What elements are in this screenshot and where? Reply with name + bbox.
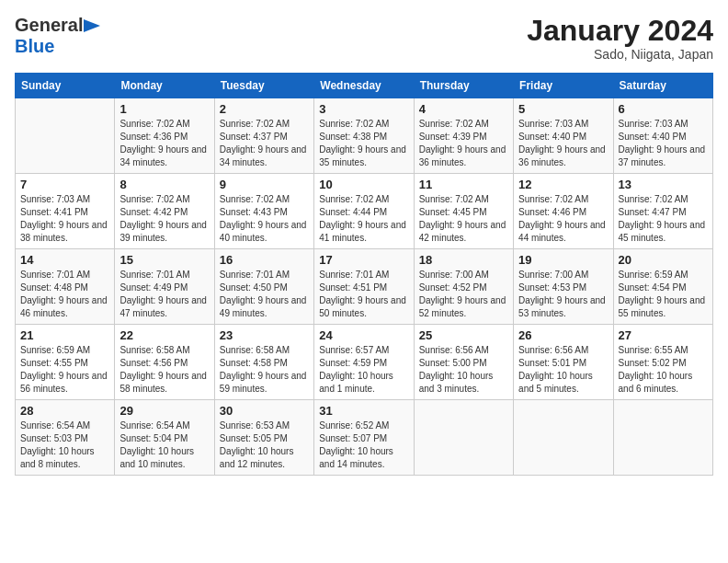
day-info: Sunrise: 6:54 AMSunset: 5:03 PMDaylight:… xyxy=(20,419,109,471)
calendar-cell: 13Sunrise: 7:02 AMSunset: 4:47 PMDayligh… xyxy=(613,174,712,249)
day-number: 13 xyxy=(619,178,708,191)
calendar-cell xyxy=(613,400,712,476)
day-info: Sunrise: 7:02 AMSunset: 4:42 PMDaylight:… xyxy=(119,193,209,245)
calendar-cell: 23Sunrise: 6:58 AMSunset: 4:58 PMDayligh… xyxy=(214,325,313,400)
calendar-week-row: 7Sunrise: 7:03 AMSunset: 4:41 PMDaylight… xyxy=(16,174,713,249)
day-number: 25 xyxy=(419,328,508,342)
day-number: 29 xyxy=(119,404,209,418)
calendar-cell: 17Sunrise: 7:01 AMSunset: 4:51 PMDayligh… xyxy=(314,249,414,325)
day-number: 1 xyxy=(119,102,209,116)
calendar-cell: 29Sunrise: 6:54 AMSunset: 5:04 PMDayligh… xyxy=(115,400,214,476)
calendar-table: Sunday Monday Tuesday Wednesday Thursday… xyxy=(15,73,713,476)
col-saturday: Saturday xyxy=(613,74,712,98)
calendar-cell: 8Sunrise: 7:02 AMSunset: 4:42 PMDaylight… xyxy=(115,174,214,249)
day-info: Sunrise: 7:01 AMSunset: 4:49 PMDaylight:… xyxy=(119,269,209,320)
day-number: 15 xyxy=(119,253,209,267)
calendar-cell: 28Sunrise: 6:54 AMSunset: 5:03 PMDayligh… xyxy=(16,400,115,476)
day-info: Sunrise: 6:54 AMSunset: 5:04 PMDaylight:… xyxy=(119,419,209,471)
calendar-cell: 31Sunrise: 6:52 AMSunset: 5:07 PMDayligh… xyxy=(314,400,414,476)
col-sunday: Sunday xyxy=(16,74,115,98)
day-info: Sunrise: 7:00 AMSunset: 4:53 PMDaylight:… xyxy=(518,269,608,320)
calendar-cell: 12Sunrise: 7:02 AMSunset: 4:46 PMDayligh… xyxy=(514,174,613,249)
day-number: 16 xyxy=(220,253,309,267)
calendar-cell: 18Sunrise: 7:00 AMSunset: 4:52 PMDayligh… xyxy=(414,249,513,325)
calendar-cell: 21Sunrise: 6:59 AMSunset: 4:55 PMDayligh… xyxy=(16,325,115,400)
day-info: Sunrise: 7:02 AMSunset: 4:44 PMDaylight:… xyxy=(319,193,408,245)
calendar-cell: 16Sunrise: 7:01 AMSunset: 4:50 PMDayligh… xyxy=(214,249,313,325)
day-info: Sunrise: 7:01 AMSunset: 4:50 PMDaylight:… xyxy=(220,269,309,320)
day-number: 6 xyxy=(619,102,708,116)
svg-marker-0 xyxy=(84,19,100,32)
logo: General Blue xyxy=(15,15,101,57)
calendar-cell: 2Sunrise: 7:02 AMSunset: 4:37 PMDaylight… xyxy=(214,98,313,174)
day-number: 18 xyxy=(419,253,508,267)
calendar-cell: 3Sunrise: 7:02 AMSunset: 4:38 PMDaylight… xyxy=(314,98,414,174)
day-number: 9 xyxy=(220,178,309,191)
day-number: 21 xyxy=(20,328,109,342)
col-tuesday: Tuesday xyxy=(214,74,313,98)
day-number: 8 xyxy=(119,178,209,191)
day-info: Sunrise: 7:02 AMSunset: 4:46 PMDaylight:… xyxy=(518,193,608,245)
day-number: 2 xyxy=(220,102,309,116)
calendar-cell xyxy=(514,400,613,476)
page-header: General Blue January 2024 Sado, Niigata,… xyxy=(15,15,713,62)
logo-wrap: General xyxy=(15,15,101,36)
calendar-week-row: 21Sunrise: 6:59 AMSunset: 4:55 PMDayligh… xyxy=(16,325,713,400)
col-thursday: Thursday xyxy=(414,74,513,98)
logo-general-text: General xyxy=(15,15,83,36)
calendar-cell: 22Sunrise: 6:58 AMSunset: 4:56 PMDayligh… xyxy=(115,325,214,400)
calendar-cell: 25Sunrise: 6:56 AMSunset: 5:00 PMDayligh… xyxy=(414,325,513,400)
day-number: 19 xyxy=(518,253,608,267)
day-info: Sunrise: 7:02 AMSunset: 4:39 PMDaylight:… xyxy=(419,118,508,169)
day-number: 27 xyxy=(619,328,708,342)
day-info: Sunrise: 7:02 AMSunset: 4:47 PMDaylight:… xyxy=(619,193,708,245)
calendar-cell: 10Sunrise: 7:02 AMSunset: 4:44 PMDayligh… xyxy=(314,174,414,249)
calendar-cell: 30Sunrise: 6:53 AMSunset: 5:05 PMDayligh… xyxy=(214,400,313,476)
day-info: Sunrise: 7:00 AMSunset: 4:52 PMDaylight:… xyxy=(419,269,508,320)
calendar-cell: 9Sunrise: 7:02 AMSunset: 4:43 PMDaylight… xyxy=(214,174,313,249)
title-block: January 2024 Sado, Niigata, Japan xyxy=(527,15,713,62)
calendar-week-row: 14Sunrise: 7:01 AMSunset: 4:48 PMDayligh… xyxy=(16,249,713,325)
day-number: 4 xyxy=(419,102,508,116)
day-info: Sunrise: 7:02 AMSunset: 4:43 PMDaylight:… xyxy=(220,193,309,245)
day-info: Sunrise: 6:57 AMSunset: 4:59 PMDaylight:… xyxy=(319,344,408,396)
calendar-cell: 24Sunrise: 6:57 AMSunset: 4:59 PMDayligh… xyxy=(314,325,414,400)
calendar-subtitle: Sado, Niigata, Japan xyxy=(527,47,713,62)
calendar-cell: 14Sunrise: 7:01 AMSunset: 4:48 PMDayligh… xyxy=(16,249,115,325)
day-number: 17 xyxy=(319,253,408,267)
day-info: Sunrise: 6:53 AMSunset: 5:05 PMDaylight:… xyxy=(220,419,309,471)
day-number: 22 xyxy=(119,328,209,342)
logo-flag-icon xyxy=(84,19,100,32)
day-number: 14 xyxy=(20,253,109,267)
day-number: 12 xyxy=(518,178,608,191)
calendar-cell xyxy=(414,400,513,476)
day-info: Sunrise: 7:03 AMSunset: 4:40 PMDaylight:… xyxy=(518,118,608,169)
calendar-cell: 11Sunrise: 7:02 AMSunset: 4:45 PMDayligh… xyxy=(414,174,513,249)
calendar-cell: 1Sunrise: 7:02 AMSunset: 4:36 PMDaylight… xyxy=(115,98,214,174)
day-number: 26 xyxy=(518,328,608,342)
day-info: Sunrise: 6:58 AMSunset: 4:58 PMDaylight:… xyxy=(220,344,309,396)
col-friday: Friday xyxy=(514,74,613,98)
day-info: Sunrise: 7:01 AMSunset: 4:51 PMDaylight:… xyxy=(319,269,408,320)
day-info: Sunrise: 6:56 AMSunset: 5:00 PMDaylight:… xyxy=(419,344,508,396)
calendar-week-row: 1Sunrise: 7:02 AMSunset: 4:36 PMDaylight… xyxy=(16,98,713,174)
calendar-cell xyxy=(16,98,115,174)
day-number: 31 xyxy=(319,404,408,418)
day-number: 30 xyxy=(220,404,309,418)
calendar-cell: 26Sunrise: 6:56 AMSunset: 5:01 PMDayligh… xyxy=(514,325,613,400)
calendar-cell: 27Sunrise: 6:55 AMSunset: 5:02 PMDayligh… xyxy=(613,325,712,400)
logo-blue-text: Blue xyxy=(15,36,54,57)
day-info: Sunrise: 7:02 AMSunset: 4:36 PMDaylight:… xyxy=(119,118,209,169)
day-number: 11 xyxy=(419,178,508,191)
day-info: Sunrise: 6:59 AMSunset: 4:54 PMDaylight:… xyxy=(619,269,708,320)
day-info: Sunrise: 7:03 AMSunset: 4:40 PMDaylight:… xyxy=(619,118,708,169)
day-info: Sunrise: 7:01 AMSunset: 4:48 PMDaylight:… xyxy=(20,269,109,320)
calendar-cell: 5Sunrise: 7:03 AMSunset: 4:40 PMDaylight… xyxy=(514,98,613,174)
day-info: Sunrise: 7:02 AMSunset: 4:38 PMDaylight:… xyxy=(319,118,408,169)
day-info: Sunrise: 7:02 AMSunset: 4:45 PMDaylight:… xyxy=(419,193,508,245)
day-info: Sunrise: 6:58 AMSunset: 4:56 PMDaylight:… xyxy=(119,344,209,396)
calendar-cell: 6Sunrise: 7:03 AMSunset: 4:40 PMDaylight… xyxy=(613,98,712,174)
day-info: Sunrise: 7:03 AMSunset: 4:41 PMDaylight:… xyxy=(20,193,109,245)
day-info: Sunrise: 7:02 AMSunset: 4:37 PMDaylight:… xyxy=(220,118,309,169)
day-number: 28 xyxy=(20,404,109,418)
